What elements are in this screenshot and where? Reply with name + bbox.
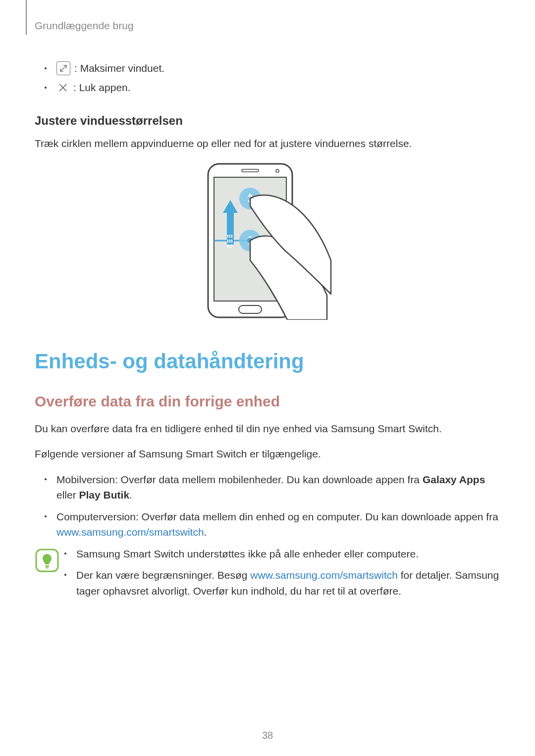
smartswitch-link[interactable]: www.samsung.com/smartswitch: [56, 526, 204, 538]
list-item: Der kan være begrænsninger. Besøg www.sa…: [64, 567, 500, 599]
svg-rect-21: [46, 567, 49, 568]
svg-rect-14: [229, 240, 230, 243]
svg-rect-18: [231, 235, 232, 238]
paragraph-2: Følgende versioner af Samsung Smart Swit…: [35, 446, 500, 462]
versions-list: Mobilversion: Overfør data mellem mobile…: [45, 472, 500, 540]
heading-transfer: Overføre data fra din forrige enhed: [35, 393, 500, 410]
bullet-icon: [64, 574, 66, 576]
list-item: Samsung Smart Switch understøttes ikke p…: [64, 546, 500, 562]
note-block: Samsung Smart Switch understøttes ikke p…: [35, 546, 500, 605]
svg-rect-15: [231, 240, 232, 243]
list-item-text: Computerversion: Overfør data mellem din…: [56, 509, 500, 540]
svg-rect-12: [231, 245, 232, 248]
icon-legend-text: : Maksimer vinduet.: [74, 62, 164, 74]
svg-rect-16: [227, 235, 228, 238]
list-item-text: Mobilversion: Overfør data mellem mobile…: [56, 472, 500, 503]
heading-device-data: Enheds- og datahåndtering: [35, 350, 500, 373]
svg-rect-13: [227, 240, 228, 243]
icon-legend-close: : Luk appen.: [45, 81, 500, 94]
note-text: Samsung Smart Switch understøttes ikke p…: [76, 546, 419, 562]
smartswitch-link[interactable]: www.samsung.com/smartswitch: [250, 569, 398, 581]
page-content: Grundlæggende brug : Maksimer vinduet. :…: [0, 0, 535, 605]
bullet-icon: [45, 478, 47, 480]
bullet-icon: [45, 87, 47, 89]
svg-rect-9: [227, 210, 234, 245]
bullet-icon: [45, 67, 47, 69]
phone-illustration: [35, 161, 500, 320]
bullet-icon: [45, 515, 47, 517]
subheading-resize: Justere vinduesstørrelsen: [35, 114, 500, 128]
paragraph-1: Du kan overføre data fra en tidligere en…: [35, 421, 500, 437]
icon-legend-text: : Luk appen.: [73, 82, 131, 94]
page-left-rule: [26, 0, 27, 35]
svg-rect-20: [45, 565, 49, 567]
icon-legend-maximize: : Maksimer vinduet.: [45, 61, 500, 75]
note-text: Der kan være begrænsninger. Besøg www.sa…: [76, 567, 500, 599]
list-item: Computerversion: Overfør data mellem din…: [45, 509, 500, 540]
close-icon: [56, 81, 69, 94]
svg-rect-10: [227, 245, 228, 248]
page-number: 38: [0, 730, 535, 741]
icon-legend-list: : Maksimer vinduet. : Luk appen.: [45, 61, 500, 94]
note-icon: [35, 546, 64, 605]
note-content: Samsung Smart Switch understøttes ikke p…: [64, 546, 500, 605]
breadcrumb: Grundlæggende brug: [35, 20, 500, 32]
maximize-icon: [56, 61, 70, 75]
subheading-text: Træk cirklen mellem appvinduerne op elle…: [35, 136, 500, 151]
bullet-icon: [64, 553, 66, 554]
svg-rect-17: [229, 235, 230, 238]
list-item: Mobilversion: Overfør data mellem mobile…: [45, 472, 500, 503]
svg-rect-11: [229, 245, 230, 248]
